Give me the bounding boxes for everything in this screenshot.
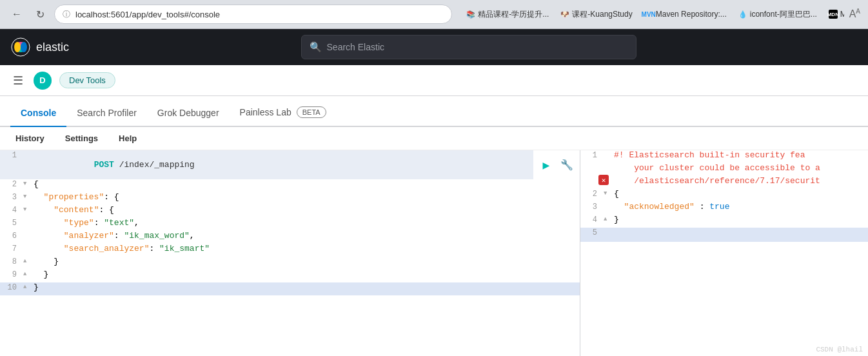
address-bar[interactable]: ⓘ localhost:5601/app/dev_tools#/console [54, 5, 452, 24]
out-content: /elasticsearch/reference/7.17/securit [611, 176, 868, 186]
line-arrow[interactable]: ▼ [23, 179, 31, 187]
bookmark-mdn[interactable]: MDN MDN Web Docs [825, 8, 844, 20]
line-content: POST /index/_mapping [31, 150, 533, 179]
out-content: #! Elasticsearch built-in security fea [611, 150, 868, 160]
elastic-logo[interactable]: elastic [10, 37, 69, 57]
settings-button[interactable]: Settings [60, 131, 103, 146]
line-arrow [23, 231, 31, 232]
out-arrow [604, 150, 611, 152]
line-content: } [31, 282, 580, 292]
wrench-icon[interactable]: 🔧 [559, 157, 575, 173]
out-line-number: 3 [580, 202, 604, 212]
editor-panel[interactable]: 1 POST /index/_mapping ▶ 🔧 2 ▼ { 3 ▼ "pr [0, 150, 580, 356]
elastic-logo-text: elastic [36, 41, 69, 54]
output-line-1c: /elasticsearch/reference/7.17/securit [580, 176, 868, 189]
line-number: 10 [0, 282, 23, 292]
bookmark-icon-kuang: 🐶 [560, 10, 569, 19]
line-arrow[interactable]: ▼ [23, 205, 31, 213]
out-arrow[interactable]: ▲ [604, 215, 611, 222]
font-adjust-icon: AA [849, 8, 860, 20]
action-bar: History Settings Help [0, 127, 868, 150]
bookmark-label: 精品课程-学历提升... [478, 9, 549, 20]
editor-toolbar: ▶ 🔧 [533, 155, 580, 175]
main-content: 1 POST /index/_mapping ▶ 🔧 2 ▼ { 3 ▼ "pr [0, 150, 868, 356]
out-line-number: 2 [580, 189, 604, 199]
output-line-3: 3 "acknowledged" : true [580, 202, 868, 215]
output-panel: ✕ 1 #! Elasticsearch built-in security f… [580, 150, 868, 356]
tab-console[interactable]: Console [10, 108, 66, 127]
line-content: "properties": { [31, 192, 580, 202]
tab-painless-lab[interactable]: Painless Lab BETA [230, 106, 337, 127]
code-line-6: 6 "analyzer": "ik_max_word", [0, 231, 580, 244]
out-arrow [604, 228, 611, 229]
bookmark-kuang[interactable]: 🐶 课程-KuangStudy [557, 8, 636, 21]
devtools-badge[interactable]: Dev Tools [59, 72, 115, 88]
line-arrow[interactable]: ▼ [23, 192, 31, 200]
line-number: 5 [0, 218, 23, 228]
refresh-button[interactable]: ↻ [31, 5, 49, 23]
bookmark-iconfont[interactable]: 💧 iconfont-阿里巴巴... [735, 8, 821, 21]
bookmark-label: 课程-KuangStudy [572, 9, 632, 20]
run-button[interactable]: ▶ [538, 157, 554, 173]
line-content: "analyzer": "ik_max_word", [31, 231, 580, 241]
bookmark-icon-iconfont: 💧 [738, 10, 747, 19]
watermark: CSDN @lhail [816, 346, 863, 353]
tab-search-profiler[interactable]: Search Profiler [66, 108, 147, 127]
bookmark-label: MDN Web Docs [840, 10, 844, 19]
code-line-3: 3 ▼ "properties": { [0, 192, 580, 205]
output-line-4: 4 ▲ } [580, 215, 868, 228]
line-content: "search_analyzer": "ik_smart" [31, 244, 580, 253]
line-arrow[interactable]: ▲ [23, 257, 31, 264]
out-line-number: 4 [580, 215, 604, 224]
output-line-2: 2 ▼ { [580, 189, 868, 202]
bookmark-jingpin[interactable]: 📚 精品课程-学历提升... [462, 8, 553, 21]
elastic-search-box[interactable]: 🔍 Search Elastic [301, 35, 636, 59]
line-number: 7 [0, 244, 23, 253]
bookmark-icon-maven: MVN [644, 10, 653, 19]
tab-grok-debugger[interactable]: Grok Debugger [147, 108, 230, 127]
code-line-2: 2 ▼ { [0, 179, 580, 192]
bookmarks-bar: 📚 精品课程-学历提升... 🐶 课程-KuangStudy MVN Maven… [462, 8, 843, 21]
code-line-1: 1 POST /index/_mapping [0, 150, 533, 179]
bookmark-icon-jingpin: 📚 [466, 10, 475, 19]
code-line-7: 7 "search_analyzer": "ik_smart" [0, 244, 580, 257]
devtools-bar: ☰ D Dev Tools [0, 65, 868, 96]
error-badge[interactable]: ✕ [598, 175, 609, 185]
out-arrow [604, 202, 611, 203]
hamburger-menu-icon[interactable]: ☰ [10, 71, 26, 90]
output-line-1b: your cluster could be accessible to a [580, 163, 868, 176]
output-line-1: 1 #! Elasticsearch built-in security fea [580, 150, 868, 163]
out-line-number [580, 163, 604, 164]
user-initial: D [39, 75, 45, 85]
elastic-header: elastic 🔍 Search Elastic [0, 29, 868, 65]
line-number: 9 [0, 270, 23, 279]
code-line-5: 5 "type": "text", [0, 218, 580, 231]
code-line-8: 8 ▲ } [0, 257, 580, 270]
out-arrow [604, 163, 611, 164]
line-arrow [23, 244, 31, 245]
back-button[interactable]: ← [8, 5, 26, 23]
out-content: your cluster could be accessible to a [611, 163, 868, 173]
history-button[interactable]: History [10, 131, 50, 146]
line-arrow [23, 150, 31, 152]
line-arrow[interactable]: ▲ [23, 282, 31, 290]
line-number: 8 [0, 257, 23, 266]
bookmark-label: iconfont-阿里巴巴... [750, 9, 817, 20]
bookmark-icon-mdn: MDN [829, 10, 838, 19]
search-icon: 🔍 [310, 41, 322, 53]
line-arrow [23, 218, 31, 219]
user-avatar[interactable]: D [34, 72, 52, 90]
out-content: "acknowledged" : true [611, 202, 868, 212]
help-button[interactable]: Help [113, 131, 142, 146]
browser-chrome: ← ↻ ⓘ localhost:5601/app/dev_tools#/cons… [0, 0, 868, 29]
bookmark-maven[interactable]: MVN Maven Repository:... [640, 8, 731, 20]
line-content: } [31, 270, 580, 279]
line-arrow[interactable]: ▲ [23, 270, 31, 277]
out-arrow[interactable]: ▼ [604, 189, 611, 197]
line-content: "type": "text", [31, 218, 580, 228]
beta-badge: BETA [297, 106, 326, 118]
svg-point-3 [14, 42, 21, 52]
line-content: "content": { [31, 205, 580, 215]
code-line-9: 9 ▲ } [0, 270, 580, 282]
line-content: } [31, 257, 580, 266]
